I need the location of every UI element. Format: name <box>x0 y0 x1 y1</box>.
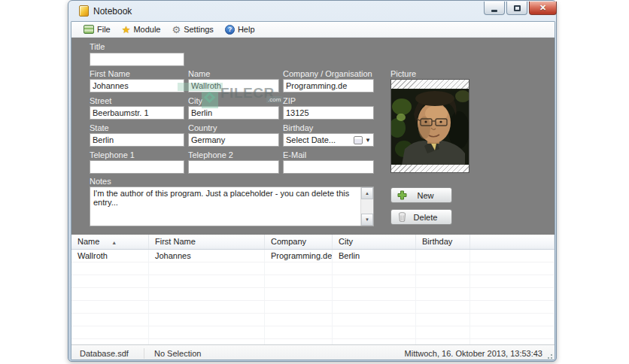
status-bar: Database.sdf No Selection Mittwoch, 16. … <box>71 344 555 360</box>
table-cell <box>71 288 149 301</box>
city-label: City <box>188 96 202 105</box>
menu-module[interactable]: ★ Module <box>117 22 168 38</box>
column-header-city[interactable]: City <box>333 235 416 249</box>
telephone2-field[interactable] <box>188 160 279 174</box>
table-cell <box>416 339 470 344</box>
new-button[interactable]: New <box>390 187 452 203</box>
telephone1-label: Telephone 1 <box>90 150 135 159</box>
scroll-up-icon[interactable]: ▲ <box>361 187 373 199</box>
table-row-empty[interactable] <box>71 339 555 344</box>
table-cell <box>149 339 265 344</box>
first-name-field[interactable] <box>90 79 184 93</box>
menu-settings[interactable]: ⚙ Settings <box>167 22 220 38</box>
picture-letterbox-top <box>391 80 469 89</box>
table-cell <box>470 326 555 339</box>
street-field[interactable] <box>90 106 184 120</box>
title-field[interactable] <box>90 53 184 66</box>
notes-label: Notes <box>90 177 111 186</box>
company-field[interactable] <box>283 79 374 93</box>
column-header-company[interactable]: Company <box>265 235 333 249</box>
title-label: Title <box>90 42 105 51</box>
minimize-button[interactable] <box>484 2 505 15</box>
datetime-status: Mittwoch, 16. Oktober 2013, 13:53:43 <box>405 349 555 358</box>
table-cell <box>149 262 265 275</box>
name-label: Name <box>188 69 210 78</box>
telephone1-field[interactable] <box>90 160 184 174</box>
first-name-label: First Name <box>90 69 130 78</box>
table-cell <box>333 275 416 288</box>
new-button-label: New <box>407 191 451 200</box>
table-row-empty[interactable] <box>71 288 555 301</box>
birthday-value: Select Date... <box>284 135 354 144</box>
close-button[interactable]: ✕ <box>529 2 557 15</box>
picture-label: Picture <box>390 69 416 78</box>
state-label: State <box>90 123 109 132</box>
portrait-photo <box>391 89 469 165</box>
table-cell <box>265 275 333 288</box>
table-cell <box>71 262 149 275</box>
state-field[interactable] <box>90 133 184 147</box>
table-cell <box>470 288 555 301</box>
table-row-empty[interactable] <box>71 275 555 288</box>
email-field[interactable] <box>283 160 374 174</box>
file-icon <box>84 25 94 34</box>
table-cell <box>416 301 470 314</box>
menu-help[interactable]: ? Help <box>220 22 262 38</box>
resize-grip[interactable] <box>545 352 553 359</box>
notes-field[interactable]: I'm the author of this program. Just a p… <box>90 187 360 226</box>
country-field[interactable] <box>188 133 279 147</box>
column-header-blank[interactable] <box>470 235 555 249</box>
table-cell <box>265 301 333 314</box>
table-cell <box>416 262 470 275</box>
birthday-date-picker[interactable]: Select Date... ▼ <box>283 133 374 147</box>
table-cell <box>71 275 149 288</box>
maximize-button[interactable] <box>506 2 527 15</box>
delete-button[interactable]: Delete <box>390 209 452 225</box>
table-cell <box>333 326 416 339</box>
table-cell <box>470 314 555 326</box>
name-field[interactable] <box>188 79 279 93</box>
table-header: Name▲First NameCompanyCityBirthday <box>71 235 555 250</box>
database-status: Database.sdf <box>71 349 144 358</box>
zip-field[interactable] <box>283 106 374 120</box>
column-header-first-name[interactable]: First Name <box>149 235 265 249</box>
maximize-icon <box>514 5 521 11</box>
menu-file-label: File <box>97 25 111 34</box>
app-window: Notebook ✕ File ★ Module ⚙ Settings ? <box>68 0 557 362</box>
table-cell <box>71 314 149 326</box>
title-bar[interactable]: Notebook ✕ <box>68 1 556 21</box>
menu-settings-label: Settings <box>184 25 214 34</box>
minimize-icon <box>491 10 497 12</box>
table-cell <box>71 326 149 339</box>
email-label: E-Mail <box>283 150 306 159</box>
table-row-empty[interactable] <box>71 262 555 275</box>
table-cell <box>149 301 265 314</box>
table-row-empty[interactable] <box>71 326 555 339</box>
table-cell <box>333 288 416 301</box>
window-title: Notebook <box>93 6 132 17</box>
table-cell: Programming.de <box>265 250 333 262</box>
menu-bar: File ★ Module ⚙ Settings ? Help <box>71 22 555 38</box>
notes-scrollbar[interactable]: ▲ ▼ <box>360 187 373 226</box>
table-row-empty[interactable] <box>71 301 555 314</box>
close-icon: ✕ <box>539 3 546 13</box>
table-row[interactable]: WallrothJohannesProgramming.deBerlin <box>71 250 555 262</box>
column-header-name[interactable]: Name▲ <box>71 235 149 249</box>
table-row-empty[interactable] <box>71 314 555 326</box>
table-cell <box>470 275 555 288</box>
table-cell: Wallroth <box>71 250 149 262</box>
table-cell <box>71 301 149 314</box>
chevron-down-icon: ▼ <box>365 137 371 144</box>
table-cell <box>416 326 470 339</box>
client-area: File ★ Module ⚙ Settings ? Help Title Fi… <box>71 21 555 360</box>
menu-module-label: Module <box>133 25 160 34</box>
scroll-down-icon[interactable]: ▼ <box>361 214 373 226</box>
plus-icon <box>397 190 407 200</box>
table-cell <box>149 326 265 339</box>
contact-picture[interactable] <box>390 79 469 173</box>
city-field[interactable] <box>188 106 279 120</box>
column-header-birthday[interactable]: Birthday <box>416 235 470 249</box>
trash-icon <box>397 212 407 222</box>
table-cell <box>265 262 333 275</box>
menu-file[interactable]: File <box>79 22 117 38</box>
